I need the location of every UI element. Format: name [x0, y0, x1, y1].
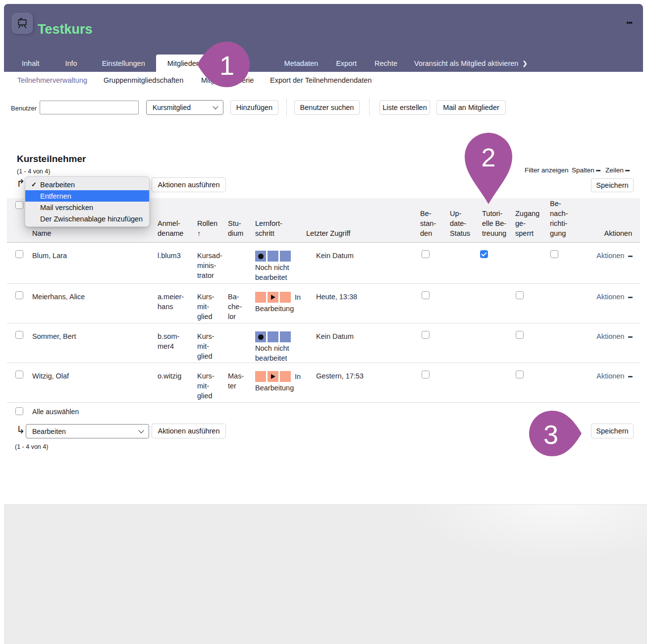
tab-voransicht[interactable]: Voransicht als Mitglied aktivieren ❯ [413, 54, 528, 72]
col-update-status[interactable]: Up- date- Status [450, 209, 470, 238]
progress-label: Bearbeitung [255, 383, 301, 393]
tutorielle-betreuung-checkbox[interactable] [480, 250, 488, 258]
progress-square [268, 292, 278, 303]
last-access: Heute, 13:38 [316, 292, 357, 302]
hinzufuegen-button[interactable]: Hinzufügen [230, 100, 278, 115]
learning-progress: In Bearbeitung [255, 371, 301, 393]
progress-label-inline: In [295, 372, 301, 381]
zeilen-label: Zeilen [605, 166, 624, 174]
tab-rechte[interactable]: Rechte [374, 54, 398, 72]
zugang-gesperrt-checkbox[interactable] [516, 291, 524, 299]
select-all-label: Alle auswählen [32, 408, 79, 416]
aktionen-ausfuehren-button-bottom[interactable]: Aktionen ausführen [152, 424, 226, 438]
progress-square [280, 292, 291, 303]
row-checkbox[interactable] [15, 371, 23, 378]
annotation-number: 3 [543, 420, 558, 449]
bestanden-checkbox[interactable] [422, 250, 430, 258]
progress-label: Noch nicht bearbeitet [255, 343, 292, 363]
aktionen-ausfuehren-button-top[interactable]: Aktionen ausführen [152, 177, 226, 192]
member-role: Kursad- minis- trator [197, 251, 222, 280]
benachrichtigung-checkbox[interactable] [550, 250, 558, 258]
header-more-menu-icon[interactable]: ••• [626, 19, 632, 27]
col-aktionen: Aktionen [604, 228, 632, 238]
col-bestanden[interactable]: Be- stan- den [420, 209, 436, 238]
col-rollen-sorted[interactable]: Rollen↑ [197, 218, 217, 238]
filter-anzeigen-link[interactable]: Filter anzeigen [525, 166, 569, 174]
subnav-gruppenmitgliedschaften[interactable]: Gruppenmitgliedschaften [104, 76, 183, 84]
liste-erstellen-button[interactable]: Liste erstellen [379, 100, 430, 115]
row-aktionen-link[interactable]: Aktionen ••• [596, 331, 632, 342]
progress-square [280, 331, 291, 342]
subnav-teilnehmerverwaltung[interactable]: Teilnehmerverwaltung [17, 76, 87, 84]
menu-item-entfernen[interactable]: Entfernen [25, 190, 149, 202]
ellipsis-icon: ••• [628, 334, 632, 340]
member-name: Blum, Lara [32, 251, 67, 261]
tab-mitglieder[interactable]: Mitglieder [156, 54, 210, 72]
menu-item-label: Mail verschicken [40, 204, 93, 212]
tab-inhalt[interactable]: Inhalt [21, 54, 40, 72]
course-easel-icon [12, 13, 33, 34]
bestanden-checkbox[interactable] [422, 371, 430, 378]
select-all-checkbox[interactable] [15, 407, 23, 415]
chevron-down-icon [138, 428, 144, 433]
aktionen-label: Aktionen [596, 293, 624, 301]
col-lernfortschritt[interactable]: Lernfort- schritt [255, 218, 282, 238]
menu-item-bearbeiten[interactable]: ✓ Bearbeiten [25, 179, 149, 190]
speichern-button-bottom[interactable]: Speichern [591, 424, 634, 438]
benutzer-label: Benutzer [11, 105, 37, 112]
zugang-gesperrt-checkbox[interactable] [516, 331, 524, 339]
row-aktionen-link[interactable]: Aktionen ••• [596, 292, 632, 302]
tab-export[interactable]: Export [335, 54, 358, 72]
tab-einstellungen[interactable]: Einstellungen [101, 54, 146, 72]
col-tutorielle-betreuung[interactable]: Tutori- elle Be- treuung [482, 209, 506, 238]
progress-square [268, 331, 278, 342]
menu-item-label: Bearbeiten [40, 181, 75, 189]
last-access: Gestern, 17:53 [316, 371, 364, 381]
role-select[interactable]: Kursmitglied [146, 100, 223, 115]
subnav-mitgliedergalerie[interactable]: Mitgliedergalerie [201, 76, 254, 84]
row-checkbox[interactable] [15, 250, 23, 258]
benutzer-suchen-button[interactable]: Benutzer suchen [294, 100, 360, 115]
bulk-action-dropdown-menu: ✓ Bearbeiten Entfernen Mail verschicken … [25, 176, 150, 227]
spalten-menu[interactable]: Spalten••• [572, 166, 600, 174]
menu-item-label: Der Zwischenablage hinzufügen [40, 215, 143, 223]
row-checkbox[interactable] [15, 331, 23, 339]
col-studium[interactable]: Stu- dium [228, 218, 243, 238]
col-zugang-gesperrt[interactable]: Zugang ge- sperrt [515, 209, 539, 238]
progress-play-icon [271, 374, 275, 379]
progress-square [255, 292, 266, 303]
col-name[interactable]: Name [32, 228, 52, 238]
menu-item-zwischenablage[interactable]: Der Zwischenablage hinzufügen [25, 213, 149, 224]
benutzer-input[interactable] [40, 101, 139, 114]
ellipsis-icon: ••• [628, 374, 632, 379]
row-aktionen-link[interactable]: Aktionen ••• [596, 371, 632, 381]
tab-info[interactable]: Info [64, 54, 78, 72]
divider [286, 99, 287, 116]
zugang-gesperrt-checkbox[interactable] [516, 371, 524, 378]
tab-metadaten[interactable]: Metadaten [283, 54, 320, 72]
row-aktionen-link[interactable]: Aktionen ••• [596, 251, 632, 261]
bestanden-checkbox[interactable] [422, 291, 430, 299]
menu-item-mail-verschicken[interactable]: Mail verschicken [25, 202, 149, 213]
mail-an-mitglieder-button[interactable]: Mail an Mitglieder [436, 100, 506, 115]
row-checkbox[interactable] [15, 291, 23, 299]
col-anmeldename[interactable]: Anmel- dename [158, 218, 183, 238]
members-subnav: Teilnehmerverwaltung Gruppenmitgliedscha… [4, 72, 643, 91]
annotation-pin-3: 3 [528, 410, 583, 457]
table-row: Blum, Lara l.blum3 Kursad- minis- trator… [7, 243, 640, 284]
select-all-header-checkbox[interactable] [15, 201, 23, 209]
sort-ascending-icon: ↑ [197, 229, 201, 237]
bestanden-checkbox[interactable] [422, 331, 430, 339]
menu-item-label: Entfernen [40, 192, 71, 200]
zeilen-menu[interactable]: Zeilen••• [605, 166, 629, 174]
col-letzter-zugriff[interactable]: Letzter Zugriff [306, 228, 350, 238]
col-benachrichtigung[interactable]: Be- nach- richti- gung [550, 199, 568, 238]
speichern-button-top[interactable]: Speichern [591, 178, 634, 192]
table-row: Witzig, Olaf o.witzig Kurs- mit- glied M… [7, 363, 640, 403]
progress-square [255, 331, 266, 342]
subnav-export-teilnehmendendaten[interactable]: Export der Teilnehmendendaten [270, 76, 372, 84]
bulk-action-select-bottom[interactable]: Bearbeiten [26, 424, 149, 438]
course-members-page: Testkurs ••• Inhalt Info Einstellungen M… [0, 0, 647, 644]
progress-dot-icon [258, 334, 264, 340]
member-role: Kurs- mit- glied [197, 331, 215, 361]
